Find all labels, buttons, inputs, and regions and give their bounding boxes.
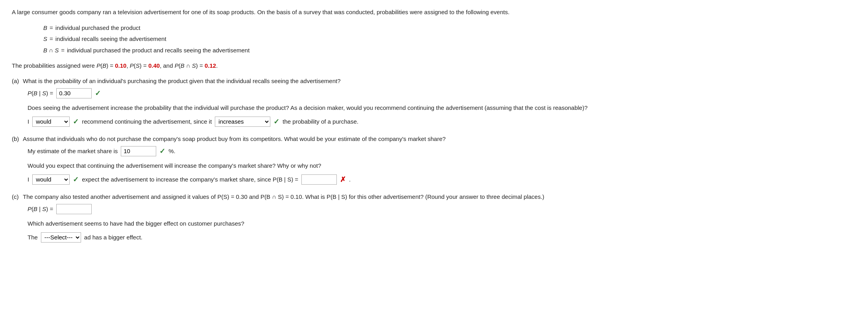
- part-b-market-row: My estimate of the market share is 10 ✓ …: [28, 146, 856, 156]
- section-c: (c) The company also tested another adve…: [12, 193, 856, 243]
- part-a-middle-text: recommend continuing the advertisement, …: [82, 118, 212, 125]
- part-c-answer-row: P(B | S) =: [28, 204, 856, 214]
- part-a-header: (a) What is the probability of an indivi…: [12, 78, 856, 84]
- part-b-market-input[interactable]: 10: [121, 146, 156, 156]
- part-c-followup: Which advertisement seems to have had th…: [28, 219, 856, 228]
- part-c-letter: (c): [12, 193, 20, 200]
- part-c-answer-input[interactable]: [56, 204, 92, 214]
- event-desc-bns: individual purchased the product and rec…: [67, 45, 249, 56]
- part-a-question: What is the probability of an individual…: [23, 78, 341, 84]
- part-a-answer-row: P(B | S) = 0.30 ✓: [28, 88, 856, 98]
- part-c-answer-label: P(B | S) =: [28, 206, 53, 212]
- part-b-market-check: ✓: [159, 147, 165, 156]
- ps-value: 0.40: [148, 62, 160, 69]
- part-b-market-suffix: %.: [168, 148, 175, 154]
- part-a-followup: Does seeing the advertisement increase t…: [28, 103, 856, 113]
- part-a-answer-input[interactable]: 0.30: [56, 88, 92, 98]
- part-c-end-text: ad has a bigger effect.: [84, 234, 142, 241]
- part-c-dropdown[interactable]: ---Select--- first second: [41, 232, 81, 243]
- part-c-header: (c) The company also tested another adve…: [12, 193, 856, 200]
- event-symbol-bns: B ∩ S: [43, 45, 59, 56]
- part-b-header: (b) Assume that individuals who do not p…: [12, 135, 856, 142]
- part-b-dropdown-row: I would would not ✓ expect the advertise…: [28, 174, 856, 185]
- part-b-followup: Would you expect that continuing the adv…: [28, 161, 856, 170]
- part-b-dropdown1[interactable]: would would not: [32, 174, 70, 185]
- intro-text: A large consumer goods company ran a tel…: [12, 8, 856, 17]
- event-row-b: B = individual purchased the product: [43, 22, 856, 34]
- part-a-letter: (a): [12, 78, 20, 84]
- part-b-question: Assume that individuals who do not purch…: [23, 135, 446, 142]
- event-row-bns: B ∩ S = individual purchased the product…: [43, 45, 856, 56]
- part-a-dropdown-row: I would would not ✓ recommend continuing…: [28, 117, 856, 127]
- part-b-market-prefix: My estimate of the market share is: [28, 148, 118, 154]
- pb-value: 0.10: [115, 62, 126, 69]
- part-a-dropdown2[interactable]: increases decreases does not change: [215, 117, 270, 127]
- part-b-check2-icon: ✗: [340, 175, 346, 184]
- part-a-check2-icon: ✓: [273, 117, 279, 126]
- part-b-check1-icon: ✓: [73, 175, 79, 184]
- part-a-check1-icon: ✓: [73, 117, 79, 126]
- part-a-i-label: I: [28, 118, 29, 125]
- part-c-dropdown-row: The ---Select--- first second ad has a b…: [28, 232, 856, 243]
- event-list: B = individual purchased the product S =…: [43, 22, 856, 56]
- pbns-value: 0.12: [205, 62, 216, 69]
- event-row-s: S = individual recalls seeing the advert…: [43, 33, 856, 45]
- part-b-answer-input[interactable]: [301, 174, 337, 185]
- part-b-letter: (b): [12, 135, 20, 142]
- section-b: (b) Assume that individuals who do not p…: [12, 135, 856, 185]
- part-a-dropdown1[interactable]: would would not: [32, 117, 70, 127]
- event-desc-b: individual purchased the product: [55, 22, 140, 34]
- part-b-middle-text: expect the advertisement to increase the…: [82, 176, 298, 183]
- part-a-check-icon: ✓: [95, 89, 101, 98]
- part-b-i-label: I: [28, 176, 29, 183]
- section-a: (a) What is the probability of an indivi…: [12, 78, 856, 127]
- part-c-dropdown-label: The: [28, 234, 38, 241]
- event-desc-s: individual recalls seeing the advertisem…: [55, 33, 166, 45]
- part-a-answer-label: P(B | S) =: [28, 90, 53, 96]
- event-symbol-s: S: [43, 33, 47, 45]
- event-symbol-b: B: [43, 22, 47, 34]
- part-b-end-text: .: [349, 176, 351, 183]
- prob-line: The probabilities assigned were P(B) = 0…: [12, 61, 856, 70]
- part-a-end-text: the probability of a purchase.: [283, 118, 358, 125]
- part-c-question: The company also tested another advertis…: [23, 193, 544, 200]
